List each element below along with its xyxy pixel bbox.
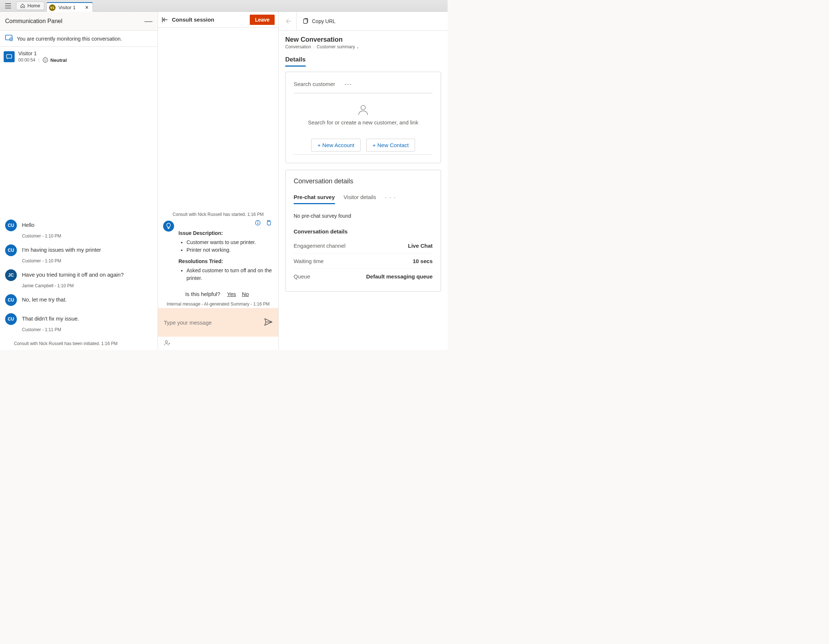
detail-value: Live Chat [408, 243, 433, 249]
copy-icon[interactable] [266, 220, 272, 228]
chat-message: CUNo, let me try that. [5, 294, 153, 306]
svg-point-12 [361, 106, 365, 110]
detail-key: Queue [294, 273, 310, 279]
visitor-meta: Visitor 1 00:00:54 | Neutral [18, 51, 67, 63]
issue-description-title: Issue Description: [178, 229, 273, 237]
home-icon [20, 3, 25, 8]
consult-header: Consult session Leave [158, 12, 278, 28]
details-back-button[interactable] [285, 12, 296, 30]
neutral-face-icon [43, 57, 48, 63]
collapse-panel-button[interactable]: — [145, 16, 153, 26]
sentiment-label: Neutral [50, 57, 67, 63]
chat-message: CUHello [5, 219, 153, 231]
compose-area[interactable] [158, 308, 278, 337]
search-customer-label: Search customer [294, 81, 335, 87]
svg-rect-9 [267, 221, 271, 225]
add-person-icon[interactable] [164, 339, 170, 347]
helpful-question: Is this helpful? [185, 291, 220, 297]
new-contact-button[interactable]: + New Contact [366, 139, 415, 152]
no-prechat-survey-text: No pre-chat survey found [294, 213, 433, 219]
session-tab-avatar: V1 [49, 5, 55, 11]
conversation-detail-row: Engagement channelLive Chat [294, 238, 433, 253]
send-icon [265, 318, 273, 326]
send-button[interactable] [265, 318, 273, 327]
conversation-details-header: Conversation details [294, 177, 433, 185]
search-customer-value[interactable]: --- [345, 81, 352, 87]
person-icon [294, 104, 433, 116]
detail-value: 10 secs [413, 258, 433, 264]
svg-point-5 [44, 59, 45, 60]
message-meta: Jamie Campbell - 1:10 PM [22, 283, 153, 288]
communication-panel-title: Communication Panel [5, 18, 63, 25]
customer-search-card: Search customer --- Search for or create… [285, 72, 441, 163]
helpful-no-link[interactable]: No [242, 291, 249, 297]
chat-transcript[interactable]: CUHelloCustomer - 1:10 PMCUI'm having is… [0, 66, 158, 350]
compose-toolbar [158, 337, 278, 350]
tab-prechat-survey[interactable]: Pre-chat survey [294, 194, 335, 204]
hamburger-menu-button[interactable] [2, 2, 14, 10]
chat-channel-icon [4, 51, 15, 62]
consult-title: Consult session [172, 16, 214, 23]
detail-key: Waiting time [294, 258, 324, 264]
copy-url-button[interactable]: Copy URL [303, 18, 336, 25]
new-account-button[interactable]: + New Account [311, 139, 360, 152]
message-text: Have you tried turning it off and on aga… [22, 269, 124, 278]
svg-point-6 [46, 59, 46, 60]
communication-panel-header: Communication Panel — [0, 12, 158, 31]
sentiment-indicator: Neutral [43, 57, 67, 63]
internal-message-meta: Internal message - AI-generated Summary … [158, 301, 278, 307]
consult-back-button[interactable]: Consult session [162, 16, 214, 23]
chat-message: JCHave you tried turning it off and on a… [5, 269, 153, 281]
session-tab-close[interactable]: ✕ [85, 5, 89, 10]
chevron-down-icon: ⌄ [356, 45, 359, 49]
message-text: That didn't fix my issue. [22, 313, 79, 322]
message-meta: Customer - 1:10 PM [22, 258, 153, 264]
crumb-conversation: Conversation [285, 44, 311, 49]
resolutions-list: Asked customer to turn off and on the pr… [186, 267, 273, 282]
session-tab[interactable]: V1 Visitor 1 ✕ [46, 2, 93, 12]
chat-message: CUI'm having issues with my printer [5, 245, 153, 256]
message-input[interactable] [164, 319, 265, 326]
issue-item: Customer wants to use printer. [186, 238, 273, 246]
lightbulb-icon [163, 221, 174, 232]
session-tab-label: Visitor 1 [58, 5, 76, 10]
ai-summary-block: Issue Description: Customer wants to use… [158, 218, 278, 286]
resolutions-title: Resolutions Tried: [178, 257, 273, 265]
active-visitor-row[interactable]: Visitor 1 00:00:54 | Neutral [0, 47, 158, 66]
conversation-title: New Conversation [285, 36, 441, 44]
home-tab-label: Home [27, 3, 40, 8]
chat-message: CUThat didn't fix my issue. [5, 313, 153, 325]
communication-panel: Communication Panel — You are currently … [0, 12, 158, 350]
tab-visitor-details[interactable]: Visitor details [344, 194, 376, 204]
home-tab[interactable]: Home [16, 2, 44, 10]
message-avatar: JC [5, 269, 17, 281]
hamburger-icon [5, 3, 11, 8]
conversation-details-subheader: Conversation details [294, 228, 433, 235]
leave-button[interactable]: Leave [250, 15, 275, 25]
issue-description-list: Customer wants to use printer.Printer no… [186, 238, 273, 254]
svg-rect-3 [6, 55, 12, 58]
monitor-icon [5, 35, 13, 43]
details-panel: Copy URL New Conversation Conversation ·… [279, 12, 448, 350]
message-meta: Customer - 1:11 PM [22, 327, 153, 332]
conversation-detail-row: Waiting time10 secs [294, 253, 433, 268]
details-tab[interactable]: Details [285, 56, 306, 66]
back-to-start-icon [162, 17, 168, 23]
crumb-customer-summary[interactable]: Customer summary ⌄ [317, 44, 359, 49]
helpful-prompt: Is this helpful? Yes No [158, 291, 278, 297]
message-text: Hello [22, 219, 35, 228]
app-topbar: Home V1 Visitor 1 ✕ [0, 0, 448, 12]
message-text: No, let me try that. [22, 294, 67, 303]
consult-panel: Consult session Leave Consult with Nick … [158, 12, 279, 350]
divider: | [38, 57, 39, 63]
info-icon[interactable] [255, 220, 261, 228]
message-avatar: CU [5, 219, 17, 231]
back-arrow-icon [285, 18, 292, 24]
copy-url-icon [303, 18, 309, 25]
helpful-yes-link[interactable]: Yes [227, 291, 236, 297]
message-meta: Customer - 1:10 PM [22, 234, 153, 238]
copy-url-label: Copy URL [312, 18, 336, 24]
conversation-details-tabs: Pre-chat survey Visitor details · · · [294, 194, 433, 204]
tabs-overflow[interactable]: · · · [385, 194, 396, 204]
svg-point-10 [165, 341, 167, 343]
